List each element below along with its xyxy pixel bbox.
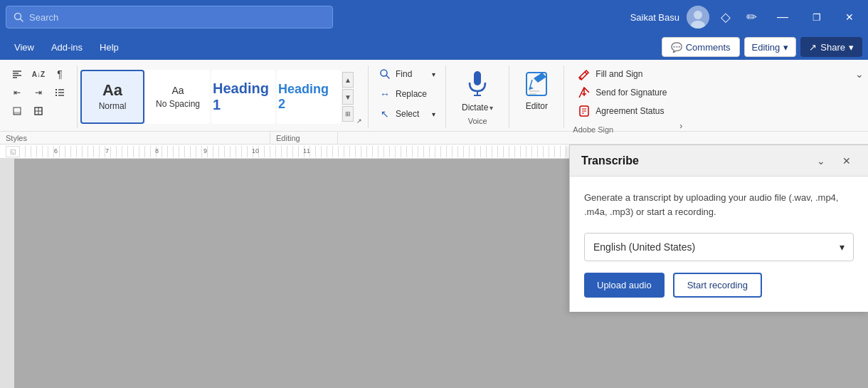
fill-sign-svg	[578, 68, 591, 80]
paragraph-mark-icon[interactable]: ¶	[50, 65, 70, 83]
divider-4	[509, 65, 509, 128]
ruler-corner-icon[interactable]: ◱	[6, 146, 20, 157]
style-nospacing-label: No Spacing	[156, 99, 200, 109]
title-bar-right: Saikat Basu ◇ ✏ — ❐ ✕	[630, 0, 862, 34]
transcribe-actions: Upload audio Start recording	[584, 273, 854, 298]
restore-button[interactable]: ❐	[804, 0, 830, 34]
replace-label: Replace	[396, 89, 427, 99]
svg-rect-11	[55, 92, 57, 93]
upload-audio-button[interactable]: Upload audio	[584, 273, 665, 298]
styles-section-label: Styles	[0, 132, 270, 144]
search-icon	[14, 12, 23, 22]
shading-svg	[12, 106, 22, 116]
find-button[interactable]: Find ▾	[376, 65, 438, 83]
mic-icon	[465, 68, 490, 100]
search-placeholder: Search	[29, 12, 58, 23]
shading-icon[interactable]	[7, 103, 27, 120]
line-numbers	[0, 159, 14, 388]
transcribe-description: Generate a transcript by uploading your …	[584, 191, 854, 219]
menu-item-addins[interactable]: Add-ins	[43, 39, 91, 56]
editor-svg	[524, 70, 549, 98]
ruler-num-10: 10	[252, 147, 259, 154]
ribbon-collapse-area: ⌄	[851, 63, 868, 131]
format-row-2: ⇤ ⇥	[7, 84, 70, 101]
styles-section: Aa Normal Aa No Spacing Heading 1 Headin…	[80, 63, 365, 131]
ruler-num-6: 6	[54, 147, 58, 154]
style-heading1[interactable]: Heading 1 Heading 1	[211, 70, 275, 124]
increase-indent-icon[interactable]: ⇥	[28, 84, 48, 101]
divider-5	[563, 65, 564, 128]
sort-az-icon[interactable]: A↓Z	[28, 65, 48, 83]
share-button[interactable]: ↗ Share ▾	[800, 37, 862, 57]
app-container: Search Saikat Basu ◇ ✏ — ❐ ✕ View Add-in…	[0, 0, 868, 388]
list-icon[interactable]	[50, 84, 70, 101]
editing-button[interactable]: Editing ▾	[744, 37, 797, 57]
minimize-button[interactable]: —	[768, 0, 797, 34]
styles-scroll-up[interactable]: ▲	[342, 72, 354, 88]
comments-label: Comments	[686, 42, 731, 53]
dictate-chevron-icon: ▾	[489, 104, 493, 112]
style-normal[interactable]: Aa Normal	[80, 70, 144, 124]
replace-button[interactable]: ↔ Replace	[376, 85, 438, 103]
menu-item-view[interactable]: View	[6, 39, 43, 56]
send-for-signature-button[interactable]: Send for Signature	[573, 84, 682, 101]
editing-chevron-icon: ▾	[783, 42, 788, 53]
language-selector[interactable]: English (United States) ▾	[584, 233, 854, 261]
menu-bar: View Add-ins Help 💬 Comments Editing ▾ ↗…	[0, 34, 868, 60]
editing-section-label: Editing	[270, 132, 338, 144]
style-nospacing[interactable]: Aa No Spacing	[146, 70, 210, 124]
fill-and-sign-button[interactable]: Fill and Sign	[573, 65, 682, 83]
style-h2-preview: Heading 2	[278, 82, 339, 112]
divider-3	[445, 65, 446, 128]
fill-sign-icon	[577, 67, 591, 81]
comments-button[interactable]: 💬 Comments	[662, 37, 740, 57]
start-recording-button[interactable]: Start recording	[673, 273, 762, 298]
diamond-icon[interactable]: ◇	[716, 6, 735, 28]
transcribe-header: Transcribe ⌄ ✕	[570, 145, 868, 177]
send-for-signature-label: Send for Signature	[596, 88, 667, 98]
transcribe-close-button[interactable]: ✕	[837, 151, 857, 171]
ruler-num-8: 8	[155, 147, 159, 154]
styles-corner-icon[interactable]: ↗	[354, 115, 365, 127]
mic-svg	[467, 70, 488, 98]
borders-icon[interactable]	[28, 103, 48, 120]
transcribe-minimize-icon: ⌄	[817, 155, 825, 167]
dictate-button[interactable]: Dictate ▾	[456, 65, 499, 115]
paragraph-format-section: A↓Z ¶ ⇤ ⇥	[6, 63, 74, 131]
ruler-num-11: 11	[303, 147, 310, 154]
style-nospacing-preview: Aa	[171, 85, 184, 96]
pen-tool-icon[interactable]: ✏	[742, 6, 761, 28]
agreement-status-button[interactable]: Agreement Status	[573, 103, 682, 120]
ribbon-collapse-button[interactable]: ⌄	[851, 65, 868, 83]
dictate-label: Dictate	[462, 103, 488, 112]
avatar-image	[687, 6, 709, 28]
editing-label: Editing	[752, 42, 780, 53]
adobe-sign-section: Fill and Sign Send for Signature	[567, 63, 688, 131]
borders-svg	[33, 106, 43, 116]
svg-line-1	[21, 19, 23, 22]
adobe-sign-expand[interactable]: ›	[679, 121, 682, 134]
list-svg	[55, 88, 65, 98]
select-chevron-icon: ▾	[432, 110, 435, 118]
styles-scroll-down[interactable]: ▼	[342, 89, 354, 105]
styles-expand[interactable]: ⊞	[342, 106, 354, 122]
menu-item-help[interactable]: Help	[91, 39, 127, 56]
editor-button[interactable]: Editor	[518, 65, 555, 114]
send-sig-svg	[578, 86, 591, 99]
svg-rect-9	[55, 89, 57, 90]
transcribe-minimize-button[interactable]: ⌄	[811, 151, 831, 171]
agreement-svg	[578, 105, 591, 117]
avatar[interactable]	[687, 6, 709, 28]
close-button[interactable]: ✕	[837, 0, 862, 34]
align-left-icon[interactable]	[7, 65, 27, 83]
style-h1-preview: Heading 1	[213, 80, 274, 113]
style-heading2[interactable]: Heading 2 Heading 2	[277, 70, 341, 124]
search-box[interactable]: Search	[6, 6, 333, 28]
find-svg	[379, 68, 391, 80]
menu-bar-right: 💬 Comments Editing ▾ ↗ Share ▾	[662, 37, 862, 57]
decrease-indent-icon[interactable]: ⇤	[7, 84, 27, 101]
select-button[interactable]: ↖ Select ▾	[376, 105, 438, 122]
ruler-num-9: 9	[203, 147, 207, 154]
adobe-sign-section-label: Adobe Sign	[573, 125, 613, 134]
send-signature-icon	[577, 85, 591, 100]
